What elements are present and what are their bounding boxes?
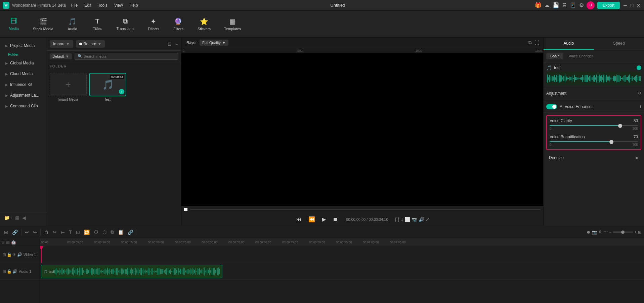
- toolbar-item-effects[interactable]: ✦ Effects: [145, 16, 162, 32]
- wave-tl-icon[interactable]: 〰: [604, 230, 608, 235]
- insert-icon[interactable]: ⤵: [401, 217, 403, 222]
- voice-clarity-thumb[interactable]: [618, 124, 622, 128]
- import-button[interactable]: Import ▼: [50, 40, 73, 48]
- play-button[interactable]: ▶: [320, 215, 327, 223]
- quality-select[interactable]: Full Quality ▼: [200, 40, 228, 46]
- voice-clarity-slider[interactable]: [550, 125, 638, 126]
- record-button[interactable]: Record ▼: [76, 40, 105, 48]
- sidebar-item-global-media[interactable]: ▶ Global Media: [1, 58, 45, 68]
- folder-add-icon[interactable]: 📁+: [4, 215, 12, 220]
- menu-tools[interactable]: Tools: [95, 2, 110, 8]
- default-sort-button[interactable]: Default ▼: [50, 53, 72, 59]
- progress-thumb[interactable]: [184, 208, 187, 211]
- collapse-icon[interactable]: ◀: [22, 215, 26, 220]
- tab-speed[interactable]: Speed: [594, 38, 644, 50]
- audio-thumb-selected[interactable]: 00:00:33 🎵 ✓: [89, 73, 126, 96]
- info-icon[interactable]: ℹ: [640, 104, 641, 109]
- toolbar-item-audio[interactable]: 🎵 Audio: [64, 16, 81, 32]
- menu-help[interactable]: Help: [127, 2, 141, 8]
- video-track-eye-icon[interactable]: 👁: [12, 252, 16, 257]
- gift-icon[interactable]: 🎁: [535, 2, 542, 8]
- toolbar-item-media[interactable]: 🎞 Media: [5, 16, 22, 32]
- more-icon[interactable]: ···: [174, 41, 178, 47]
- voice-beautification-thumb[interactable]: [609, 140, 613, 144]
- toolbar-item-transitions[interactable]: ⧉ Transitions: [114, 16, 137, 32]
- fullscreen-icon[interactable]: ⛶: [534, 40, 539, 46]
- video-track-lock-icon[interactable]: 🔒: [7, 252, 12, 257]
- sidebar-item-adjustment-la[interactable]: ▶ Adjustment La...: [1, 90, 45, 100]
- audio-toggle[interactable]: [637, 65, 641, 70]
- denoise-header[interactable]: Denoise ▶: [549, 155, 639, 160]
- sidebar-item-cloud-media[interactable]: ▶ Cloud Media: [1, 69, 45, 79]
- filter-icon[interactable]: ⊟: [168, 41, 172, 47]
- audio-track-volume-icon[interactable]: 🔊: [12, 269, 17, 274]
- grid-view-icon[interactable]: ⊞: [638, 230, 641, 235]
- stop-button[interactable]: ⏹: [331, 216, 339, 223]
- rewind-button[interactable]: ⏮: [295, 216, 303, 223]
- undo-button[interactable]: ↩: [24, 229, 30, 236]
- menu-view[interactable]: View: [112, 2, 126, 8]
- zoom-icon[interactable]: ⤢: [426, 217, 430, 222]
- export-button[interactable]: Export: [597, 2, 620, 9]
- copy-button[interactable]: ⧉: [109, 229, 115, 236]
- snap-button[interactable]: ⊞: [3, 229, 9, 236]
- user-avatar[interactable]: U: [587, 1, 595, 9]
- split-button[interactable]: ⊢: [59, 229, 66, 236]
- subtab-voice-changer[interactable]: Voice Changer: [565, 53, 597, 59]
- tab-audio[interactable]: Audio: [544, 38, 594, 50]
- settings-icon[interactable]: ⚙: [579, 2, 584, 8]
- ai-track-icon[interactable]: 🤖: [11, 240, 16, 245]
- plus-zoom-icon[interactable]: +: [634, 230, 637, 235]
- save-icon[interactable]: 💾: [552, 2, 559, 8]
- progress-track[interactable]: [190, 209, 541, 210]
- menu-edit[interactable]: Edit: [82, 2, 94, 8]
- minimize-button[interactable]: ─: [622, 3, 628, 8]
- add-track-icon[interactable]: ⊞: [1, 240, 5, 245]
- sidebar-item-project-media[interactable]: ▶ Project Media: [1, 41, 45, 51]
- record-tl-icon[interactable]: ⏺: [587, 230, 591, 235]
- maximize-button[interactable]: □: [629, 3, 635, 8]
- grid-icon[interactable]: ▦: [15, 215, 19, 220]
- crop-button[interactable]: ⊡: [75, 229, 81, 236]
- import-thumb[interactable]: +: [50, 73, 87, 96]
- sidebar-item-influence-kit[interactable]: ▶ Influence Kit: [1, 80, 45, 90]
- phone-icon[interactable]: 📱: [570, 2, 576, 8]
- camera-tl-icon[interactable]: 📷: [592, 230, 597, 235]
- media-item-test[interactable]: 00:00:33 🎵 ✓ test: [89, 73, 126, 101]
- audio-track-lock-icon[interactable]: 🔒: [7, 269, 12, 274]
- timer-button[interactable]: ⏱: [92, 229, 100, 236]
- mark-in-icon[interactable]: {: [395, 217, 397, 222]
- redo-button[interactable]: ↪: [32, 229, 38, 236]
- audio-meter-icon[interactable]: 🔊: [419, 217, 424, 222]
- toolbar-item-filters[interactable]: 🔮 Filters: [170, 16, 187, 32]
- cloud-icon[interactable]: ☁: [544, 2, 550, 8]
- audio-tl-icon[interactable]: 🎙: [598, 230, 602, 235]
- toolbar-item-stickers[interactable]: ⭐ Stickers: [195, 16, 213, 32]
- mask-button[interactable]: ⬡: [101, 229, 108, 236]
- close-button[interactable]: ✕: [636, 3, 641, 8]
- step-back-button[interactable]: ⏪: [307, 215, 316, 223]
- cut-button[interactable]: ✂: [51, 229, 58, 236]
- loop-button[interactable]: 🔁: [83, 229, 91, 236]
- video-track-settings-icon[interactable]: ⊞: [3, 252, 6, 257]
- search-input[interactable]: [84, 54, 175, 58]
- snapshot-icon[interactable]: 📷: [412, 217, 417, 222]
- toolbar-item-templates[interactable]: ▦ Templates: [221, 16, 244, 32]
- multi-track-icon[interactable]: ▦: [6, 240, 10, 245]
- aspect-ratio-icon[interactable]: ⬜: [404, 217, 410, 222]
- voice-beautification-slider[interactable]: [550, 141, 638, 142]
- sidebar-item-compound-clip[interactable]: ▶ Compound Clip: [1, 101, 45, 111]
- text-button[interactable]: T: [68, 229, 73, 236]
- adjustment-reset-icon[interactable]: ↺: [638, 91, 641, 96]
- video-track-audio-icon[interactable]: 🔊: [17, 252, 22, 257]
- toolbar-item-titles[interactable]: T Titles: [89, 16, 106, 32]
- ai-enhancer-toggle[interactable]: [546, 104, 557, 109]
- audio-clip[interactable]: 🎵 test: [41, 265, 222, 278]
- link-button[interactable]: 🔗: [11, 229, 19, 236]
- delete-button[interactable]: 🗑: [43, 229, 50, 236]
- link2-button[interactable]: 🔗: [126, 229, 135, 236]
- screen-icon[interactable]: 🖥: [562, 2, 567, 8]
- media-item-import[interactable]: + Import Media: [50, 73, 87, 101]
- mark-out-icon[interactable]: }: [398, 217, 399, 222]
- menu-file[interactable]: File: [69, 2, 80, 8]
